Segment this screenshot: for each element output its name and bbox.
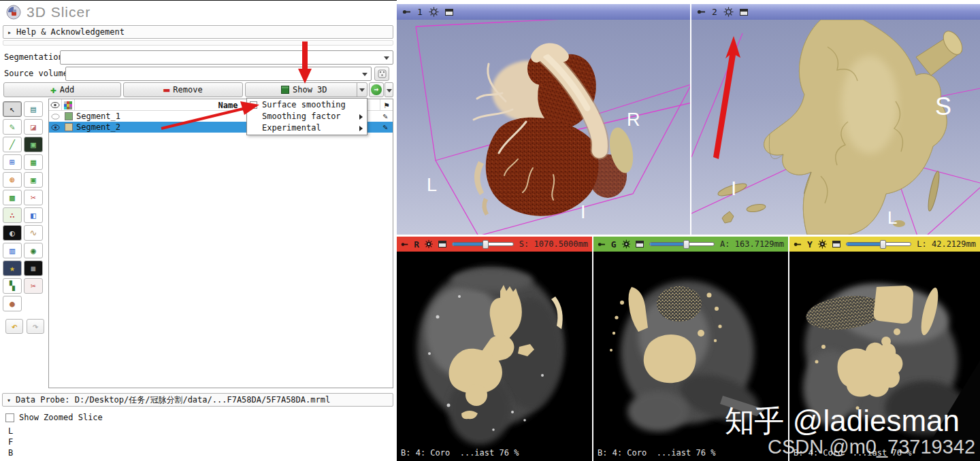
segment-mesh-rendering: S I L bbox=[691, 20, 980, 235]
maximize-view-icon[interactable] bbox=[636, 241, 644, 247]
segment-table: Name ⚑ Segment_1 ✎ Segment_2 bbox=[48, 99, 393, 388]
view-options-gear-icon[interactable] bbox=[723, 7, 734, 17]
switch-to-segmentations-button[interactable]: → bbox=[369, 82, 384, 97]
view1-canvas[interactable]: R L I bbox=[397, 20, 690, 235]
orientation-label-i: I bbox=[581, 202, 586, 222]
pin-icon[interactable] bbox=[794, 240, 802, 249]
segment-color-swatch[interactable] bbox=[65, 123, 73, 131]
help-collapsible[interactable]: ▸Help & Acknowledgement bbox=[3, 25, 393, 39]
show-3d-dropdown-arrow[interactable] bbox=[357, 83, 367, 97]
show-3d-button[interactable]: Show 3D bbox=[245, 82, 368, 97]
eye-hidden-icon[interactable] bbox=[51, 114, 60, 120]
paint-icon: ✎ bbox=[10, 122, 15, 131]
undo-redo-group: ↶ ↷ bbox=[5, 319, 44, 334]
maximize-view-icon[interactable] bbox=[445, 9, 453, 16]
effect-none-button[interactable]: ↖ bbox=[3, 101, 22, 117]
maximize-view-icon[interactable] bbox=[740, 9, 748, 16]
data-probe-label: Data Probe: D:/Desktop/任务/冠脉分割/data/...F… bbox=[16, 395, 330, 405]
effect-scissors-button[interactable]: ✂ bbox=[24, 190, 43, 205]
slice-letter: R bbox=[414, 239, 419, 250]
slice-options-gear-icon[interactable] bbox=[425, 239, 433, 249]
visibility-column-header[interactable] bbox=[49, 99, 62, 111]
view2-canvas[interactable]: S I L bbox=[691, 20, 980, 235]
threeD-view-2[interactable]: 2 bbox=[691, 4, 980, 235]
undo-button[interactable]: ↶ bbox=[5, 319, 23, 334]
effect-grow-from-seeds-button[interactable]: ▦ bbox=[24, 154, 43, 170]
plus-icon: ✚ bbox=[50, 84, 56, 96]
watershed-icon: ◼ bbox=[31, 264, 36, 273]
slider-handle[interactable] bbox=[483, 240, 489, 249]
effect-level-tracing-button[interactable]: ▣ bbox=[24, 137, 43, 152]
data-probe-collapsible[interactable]: ▾Data Probe: D:/Desktop/任务/冠脉分割/data/...… bbox=[2, 393, 393, 407]
slider-handle[interactable] bbox=[880, 240, 886, 249]
slice-options-gear-icon[interactable] bbox=[818, 239, 827, 249]
specify-geometry-button[interactable] bbox=[374, 67, 389, 81]
fast-marching-icon: ★ bbox=[10, 264, 15, 273]
pin-icon[interactable] bbox=[598, 240, 606, 249]
yellow-slice-controller-bar: Y L: 42.2129mm bbox=[789, 237, 980, 252]
probe-axis-b: B bbox=[8, 448, 13, 458]
maximize-view-icon[interactable] bbox=[832, 241, 840, 247]
segment-color-swatch[interactable] bbox=[65, 112, 73, 120]
source-volume-combobox[interactable]: 4: Coro DS_CorCTA 0.75 Bv40 3 BestDiast … bbox=[65, 67, 372, 81]
redo-icon: ↷ bbox=[32, 320, 38, 332]
effect-margin-button[interactable]: ⊕ bbox=[3, 172, 22, 188]
show-zoomed-slice-checkbox[interactable] bbox=[5, 413, 14, 422]
add-segment-button[interactable]: ✚Add bbox=[3, 82, 121, 97]
effect-lasso-cut-button[interactable]: ✂ bbox=[24, 278, 43, 294]
slider-handle[interactable] bbox=[683, 240, 689, 249]
eye-visible-icon[interactable] bbox=[51, 124, 60, 131]
slice-offset-value: A: 163.7129mm bbox=[720, 239, 784, 249]
slice-offset-slider[interactable] bbox=[452, 242, 514, 246]
edit-pencil-icon[interactable]: ✎ bbox=[380, 111, 391, 122]
status-column-header[interactable]: ⚑ bbox=[380, 99, 393, 111]
logical-operators-icon: ◧ bbox=[31, 211, 36, 220]
effect-split-volume-button[interactable]: ▚ bbox=[3, 278, 22, 294]
pin-icon[interactable] bbox=[401, 240, 408, 249]
effect-fill-between-slices-button[interactable]: ⊞ bbox=[3, 154, 22, 170]
slice-options-gear-icon[interactable] bbox=[622, 239, 631, 249]
none-icon: ↖ bbox=[10, 105, 15, 114]
menu-item-surface-smoothing[interactable]: Surface smoothing bbox=[247, 99, 367, 111]
remove-segment-button[interactable]: ▬Remove bbox=[123, 82, 243, 97]
effect-paint-button[interactable]: ✎ bbox=[3, 119, 22, 135]
pin-icon[interactable] bbox=[402, 7, 411, 16]
red-slice-canvas[interactable]: B: 4: Coro ...iast 76 % bbox=[397, 252, 592, 461]
pin-icon[interactable] bbox=[697, 7, 706, 16]
redo-button[interactable]: ↷ bbox=[27, 319, 44, 334]
lasso-cut-icon: ✂ bbox=[31, 281, 36, 290]
segmentation-combobox[interactable]: Segmentation bbox=[60, 50, 393, 65]
maximize-view-icon[interactable] bbox=[438, 241, 446, 247]
apply-dropdown-arrow[interactable] bbox=[385, 82, 393, 97]
menu-item-experimental[interactable]: Experimental bbox=[247, 122, 367, 134]
margin-icon: ⊕ bbox=[10, 175, 15, 184]
slice-offset-slider[interactable] bbox=[649, 242, 715, 246]
menu-item-label: Surface smoothing bbox=[262, 100, 346, 109]
effect-watershed-button[interactable]: ◼ bbox=[24, 260, 43, 276]
menu-item-smoothing-factor[interactable]: Smoothing factor bbox=[247, 111, 367, 122]
slice-view-red[interactable]: R S: 1070.5000mm bbox=[397, 237, 592, 461]
effect-islands-button[interactable]: ∴ bbox=[3, 207, 22, 223]
effect-ai-segmentation-button[interactable]: ● bbox=[3, 296, 22, 311]
effect-smoothing-button[interactable]: ▩ bbox=[3, 190, 22, 205]
mask-volume-icon: ◐ bbox=[10, 228, 15, 237]
edit-pencil-icon[interactable]: ✎ bbox=[380, 122, 391, 133]
effect-flood-filling-button[interactable]: ◉ bbox=[24, 243, 43, 258]
effect-hollow-button[interactable]: ▣ bbox=[24, 172, 43, 188]
effect-mask-volume-button[interactable]: ◐ bbox=[3, 225, 22, 241]
view-options-gear-icon[interactable] bbox=[429, 7, 439, 17]
effect-local-threshold-button[interactable]: ▥ bbox=[3, 243, 22, 258]
segment-name: Segment_1 bbox=[76, 111, 120, 122]
threeD-view-1[interactable]: 1 bbox=[397, 4, 690, 235]
effect-threshold-button[interactable]: ▤ bbox=[24, 101, 43, 117]
orientation-label-l: L bbox=[427, 175, 437, 195]
effect-fast-marching-button[interactable]: ★ bbox=[3, 260, 22, 276]
effect-draw-button[interactable]: ╱ bbox=[3, 137, 22, 152]
effect-logical-operators-button[interactable]: ◧ bbox=[24, 207, 43, 223]
effect-surface-cut-button[interactable]: ∿ bbox=[24, 225, 43, 241]
color-column-header[interactable] bbox=[62, 99, 75, 111]
effect-erase-button[interactable]: ◪ bbox=[24, 119, 43, 135]
slice-offset-slider[interactable] bbox=[846, 242, 912, 246]
grow-from-seeds-icon: ▦ bbox=[31, 158, 36, 167]
add-label: Add bbox=[60, 85, 75, 95]
